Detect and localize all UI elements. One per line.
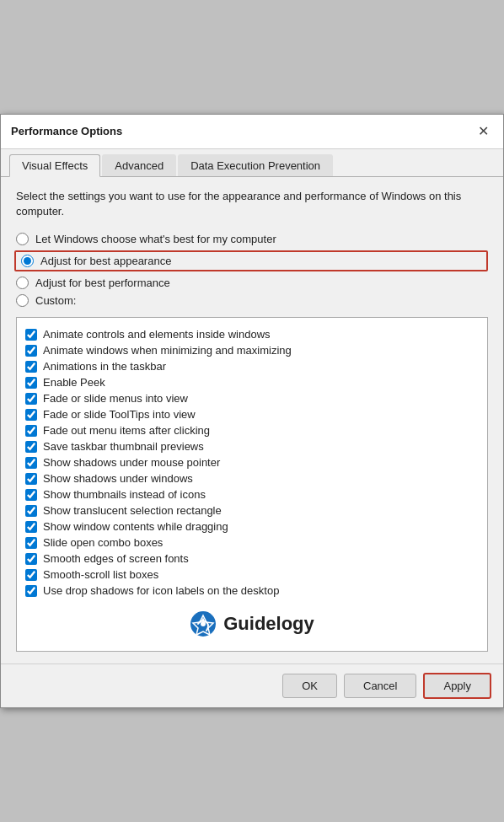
ok-button[interactable]: OK: [282, 674, 337, 698]
watermark: Guidelogy: [25, 599, 479, 642]
checkbox-animate-controls[interactable]: Animate controls and elements inside win…: [25, 326, 479, 342]
custom-options-box: Animate controls and elements inside win…: [16, 317, 488, 652]
radio-best-appearance-label: Adjust for best appearance: [40, 255, 171, 267]
radio-custom-label: Custom:: [35, 294, 76, 307]
tab-visual-effects[interactable]: Visual Effects: [9, 154, 100, 177]
radio-best-performance-label: Adjust for best performance: [35, 277, 170, 289]
tab-content: Select the settings you want to use for …: [1, 177, 503, 664]
radio-custom-input[interactable]: [16, 294, 29, 307]
checkbox-fade-menus[interactable]: Fade or slide menus into view: [25, 390, 479, 406]
svg-point-1: [201, 621, 206, 626]
checkbox-fade-tooltips[interactable]: Fade or slide ToolTips into view: [25, 406, 479, 422]
radio-best-appearance[interactable]: Adjust for best appearance: [14, 250, 488, 271]
checkbox-taskbar-thumbnails[interactable]: Save taskbar thumbnail previews: [25, 438, 479, 454]
checkbox-animations-taskbar[interactable]: Animations in the taskbar: [25, 358, 479, 374]
checkbox-translucent-selection[interactable]: Show translucent selection rectangle: [25, 502, 479, 518]
checkbox-drop-shadows[interactable]: Use drop shadows for icon labels on the …: [25, 583, 479, 599]
checkbox-slide-combo[interactable]: Slide open combo boxes: [25, 535, 479, 551]
tab-advanced[interactable]: Advanced: [102, 154, 176, 176]
checkbox-shadow-windows[interactable]: Show shadows under windows: [25, 470, 479, 486]
checkbox-fade-menu-items[interactable]: Fade out menu items after clicking: [25, 422, 479, 438]
apply-button[interactable]: Apply: [423, 673, 491, 699]
checkbox-thumbnails[interactable]: Show thumbnails instead of icons: [25, 486, 479, 502]
radio-auto-input[interactable]: [16, 233, 29, 245]
performance-options-window: Performance Options ✕ Visual Effects Adv…: [0, 114, 504, 708]
radio-best-appearance-input[interactable]: [21, 255, 34, 267]
radio-custom[interactable]: Custom:: [16, 294, 488, 307]
radio-auto[interactable]: Let Windows choose what's best for my co…: [16, 233, 488, 245]
window-title: Performance Options: [11, 125, 122, 137]
checkbox-enable-peek[interactable]: Enable Peek: [25, 374, 479, 390]
guidelogy-logo-icon: [190, 610, 217, 637]
radio-best-performance[interactable]: Adjust for best performance: [16, 277, 488, 289]
radio-best-performance-input[interactable]: [16, 277, 29, 289]
description-text: Select the settings you want to use for …: [16, 189, 488, 219]
watermark-text: Guidelogy: [223, 613, 314, 635]
radio-auto-label: Let Windows choose what's best for my co…: [35, 233, 276, 245]
checkbox-shadow-pointer[interactable]: Show shadows under mouse pointer: [25, 454, 479, 470]
footer: OK Cancel Apply: [1, 664, 503, 707]
close-button[interactable]: ✕: [473, 121, 493, 142]
tab-dep[interactable]: Data Execution Prevention: [178, 154, 333, 176]
checkbox-smooth-scroll[interactable]: Smooth-scroll list boxes: [25, 567, 479, 583]
checkbox-animate-windows[interactable]: Animate windows when minimizing and maxi…: [25, 342, 479, 358]
checkbox-smooth-fonts[interactable]: Smooth edges of screen fonts: [25, 551, 479, 567]
cancel-button[interactable]: Cancel: [344, 674, 416, 698]
tab-bar: Visual Effects Advanced Data Execution P…: [1, 149, 503, 177]
checkbox-window-contents[interactable]: Show window contents while dragging: [25, 518, 479, 535]
title-bar: Performance Options ✕: [1, 115, 503, 149]
radio-group: Let Windows choose what's best for my co…: [16, 233, 488, 307]
